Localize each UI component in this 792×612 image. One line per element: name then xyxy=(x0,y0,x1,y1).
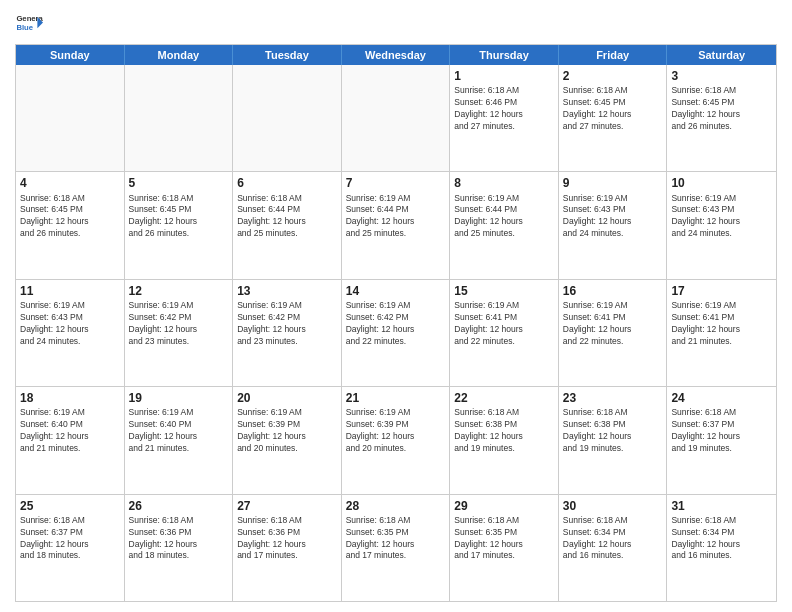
calendar-cell-26: 26Sunrise: 6:18 AM Sunset: 6:36 PM Dayli… xyxy=(125,495,234,601)
day-number: 28 xyxy=(346,498,446,514)
calendar-cell-13: 13Sunrise: 6:19 AM Sunset: 6:42 PM Dayli… xyxy=(233,280,342,386)
day-info: Sunrise: 6:19 AM Sunset: 6:43 PM Dayligh… xyxy=(563,193,663,241)
calendar-cell-9: 9Sunrise: 6:19 AM Sunset: 6:43 PM Daylig… xyxy=(559,172,668,278)
day-info: Sunrise: 6:18 AM Sunset: 6:36 PM Dayligh… xyxy=(237,515,337,563)
day-number: 15 xyxy=(454,283,554,299)
day-number: 9 xyxy=(563,175,663,191)
day-info: Sunrise: 6:18 AM Sunset: 6:35 PM Dayligh… xyxy=(346,515,446,563)
calendar-cell-31: 31Sunrise: 6:18 AM Sunset: 6:34 PM Dayli… xyxy=(667,495,776,601)
day-number: 21 xyxy=(346,390,446,406)
day-number: 17 xyxy=(671,283,772,299)
day-number: 10 xyxy=(671,175,772,191)
day-number: 23 xyxy=(563,390,663,406)
calendar-cell-7: 7Sunrise: 6:19 AM Sunset: 6:44 PM Daylig… xyxy=(342,172,451,278)
calendar-cell-28: 28Sunrise: 6:18 AM Sunset: 6:35 PM Dayli… xyxy=(342,495,451,601)
day-info: Sunrise: 6:19 AM Sunset: 6:39 PM Dayligh… xyxy=(346,407,446,455)
day-info: Sunrise: 6:18 AM Sunset: 6:45 PM Dayligh… xyxy=(20,193,120,241)
calendar-cell-empty-0-3 xyxy=(342,65,451,171)
day-number: 27 xyxy=(237,498,337,514)
header-day-friday: Friday xyxy=(559,45,668,65)
calendar-row-3: 11Sunrise: 6:19 AM Sunset: 6:43 PM Dayli… xyxy=(16,279,776,386)
calendar-cell-30: 30Sunrise: 6:18 AM Sunset: 6:34 PM Dayli… xyxy=(559,495,668,601)
day-number: 31 xyxy=(671,498,772,514)
calendar-cell-29: 29Sunrise: 6:18 AM Sunset: 6:35 PM Dayli… xyxy=(450,495,559,601)
day-number: 7 xyxy=(346,175,446,191)
calendar-cell-16: 16Sunrise: 6:19 AM Sunset: 6:41 PM Dayli… xyxy=(559,280,668,386)
day-info: Sunrise: 6:18 AM Sunset: 6:37 PM Dayligh… xyxy=(671,407,772,455)
day-info: Sunrise: 6:18 AM Sunset: 6:36 PM Dayligh… xyxy=(129,515,229,563)
header-day-saturday: Saturday xyxy=(667,45,776,65)
day-number: 11 xyxy=(20,283,120,299)
calendar-cell-4: 4Sunrise: 6:18 AM Sunset: 6:45 PM Daylig… xyxy=(16,172,125,278)
calendar-cell-25: 25Sunrise: 6:18 AM Sunset: 6:37 PM Dayli… xyxy=(16,495,125,601)
calendar-cell-12: 12Sunrise: 6:19 AM Sunset: 6:42 PM Dayli… xyxy=(125,280,234,386)
day-info: Sunrise: 6:18 AM Sunset: 6:38 PM Dayligh… xyxy=(563,407,663,455)
day-number: 13 xyxy=(237,283,337,299)
day-info: Sunrise: 6:18 AM Sunset: 6:37 PM Dayligh… xyxy=(20,515,120,563)
calendar-cell-24: 24Sunrise: 6:18 AM Sunset: 6:37 PM Dayli… xyxy=(667,387,776,493)
calendar-cell-1: 1Sunrise: 6:18 AM Sunset: 6:46 PM Daylig… xyxy=(450,65,559,171)
day-number: 2 xyxy=(563,68,663,84)
day-info: Sunrise: 6:19 AM Sunset: 6:43 PM Dayligh… xyxy=(671,193,772,241)
day-info: Sunrise: 6:19 AM Sunset: 6:41 PM Dayligh… xyxy=(563,300,663,348)
calendar-cell-10: 10Sunrise: 6:19 AM Sunset: 6:43 PM Dayli… xyxy=(667,172,776,278)
svg-text:Blue: Blue xyxy=(16,23,33,32)
day-number: 8 xyxy=(454,175,554,191)
calendar-cell-empty-0-1 xyxy=(125,65,234,171)
day-number: 3 xyxy=(671,68,772,84)
header-day-wednesday: Wednesday xyxy=(342,45,451,65)
calendar-cell-6: 6Sunrise: 6:18 AM Sunset: 6:44 PM Daylig… xyxy=(233,172,342,278)
day-info: Sunrise: 6:18 AM Sunset: 6:34 PM Dayligh… xyxy=(563,515,663,563)
day-number: 26 xyxy=(129,498,229,514)
calendar-cell-empty-0-0 xyxy=(16,65,125,171)
calendar-cell-15: 15Sunrise: 6:19 AM Sunset: 6:41 PM Dayli… xyxy=(450,280,559,386)
calendar-cell-23: 23Sunrise: 6:18 AM Sunset: 6:38 PM Dayli… xyxy=(559,387,668,493)
day-number: 12 xyxy=(129,283,229,299)
day-info: Sunrise: 6:19 AM Sunset: 6:40 PM Dayligh… xyxy=(20,407,120,455)
day-number: 1 xyxy=(454,68,554,84)
header-day-monday: Monday xyxy=(125,45,234,65)
day-info: Sunrise: 6:18 AM Sunset: 6:38 PM Dayligh… xyxy=(454,407,554,455)
logo: General Blue xyxy=(15,10,43,38)
calendar-cell-20: 20Sunrise: 6:19 AM Sunset: 6:39 PM Dayli… xyxy=(233,387,342,493)
header-day-sunday: Sunday xyxy=(16,45,125,65)
calendar-cell-21: 21Sunrise: 6:19 AM Sunset: 6:39 PM Dayli… xyxy=(342,387,451,493)
day-number: 5 xyxy=(129,175,229,191)
page: General Blue SundayMondayTuesdayWednesda… xyxy=(0,0,792,612)
day-info: Sunrise: 6:19 AM Sunset: 6:40 PM Dayligh… xyxy=(129,407,229,455)
day-info: Sunrise: 6:19 AM Sunset: 6:41 PM Dayligh… xyxy=(454,300,554,348)
calendar-cell-11: 11Sunrise: 6:19 AM Sunset: 6:43 PM Dayli… xyxy=(16,280,125,386)
day-number: 19 xyxy=(129,390,229,406)
calendar-row-1: 1Sunrise: 6:18 AM Sunset: 6:46 PM Daylig… xyxy=(16,65,776,171)
day-info: Sunrise: 6:19 AM Sunset: 6:39 PM Dayligh… xyxy=(237,407,337,455)
day-number: 6 xyxy=(237,175,337,191)
day-number: 18 xyxy=(20,390,120,406)
calendar-cell-14: 14Sunrise: 6:19 AM Sunset: 6:42 PM Dayli… xyxy=(342,280,451,386)
day-info: Sunrise: 6:19 AM Sunset: 6:42 PM Dayligh… xyxy=(129,300,229,348)
day-number: 25 xyxy=(20,498,120,514)
day-info: Sunrise: 6:18 AM Sunset: 6:45 PM Dayligh… xyxy=(129,193,229,241)
day-number: 24 xyxy=(671,390,772,406)
calendar-cell-3: 3Sunrise: 6:18 AM Sunset: 6:45 PM Daylig… xyxy=(667,65,776,171)
calendar-row-2: 4Sunrise: 6:18 AM Sunset: 6:45 PM Daylig… xyxy=(16,171,776,278)
day-number: 4 xyxy=(20,175,120,191)
header-day-thursday: Thursday xyxy=(450,45,559,65)
day-number: 30 xyxy=(563,498,663,514)
day-info: Sunrise: 6:19 AM Sunset: 6:42 PM Dayligh… xyxy=(237,300,337,348)
calendar-cell-27: 27Sunrise: 6:18 AM Sunset: 6:36 PM Dayli… xyxy=(233,495,342,601)
day-info: Sunrise: 6:18 AM Sunset: 6:45 PM Dayligh… xyxy=(563,85,663,133)
day-number: 20 xyxy=(237,390,337,406)
calendar-cell-8: 8Sunrise: 6:19 AM Sunset: 6:44 PM Daylig… xyxy=(450,172,559,278)
day-number: 16 xyxy=(563,283,663,299)
calendar-row-4: 18Sunrise: 6:19 AM Sunset: 6:40 PM Dayli… xyxy=(16,386,776,493)
day-info: Sunrise: 6:18 AM Sunset: 6:44 PM Dayligh… xyxy=(237,193,337,241)
day-info: Sunrise: 6:19 AM Sunset: 6:41 PM Dayligh… xyxy=(671,300,772,348)
day-number: 14 xyxy=(346,283,446,299)
calendar: SundayMondayTuesdayWednesdayThursdayFrid… xyxy=(15,44,777,602)
calendar-cell-18: 18Sunrise: 6:19 AM Sunset: 6:40 PM Dayli… xyxy=(16,387,125,493)
day-info: Sunrise: 6:19 AM Sunset: 6:44 PM Dayligh… xyxy=(346,193,446,241)
calendar-row-5: 25Sunrise: 6:18 AM Sunset: 6:37 PM Dayli… xyxy=(16,494,776,601)
day-number: 22 xyxy=(454,390,554,406)
calendar-cell-2: 2Sunrise: 6:18 AM Sunset: 6:45 PM Daylig… xyxy=(559,65,668,171)
day-number: 29 xyxy=(454,498,554,514)
